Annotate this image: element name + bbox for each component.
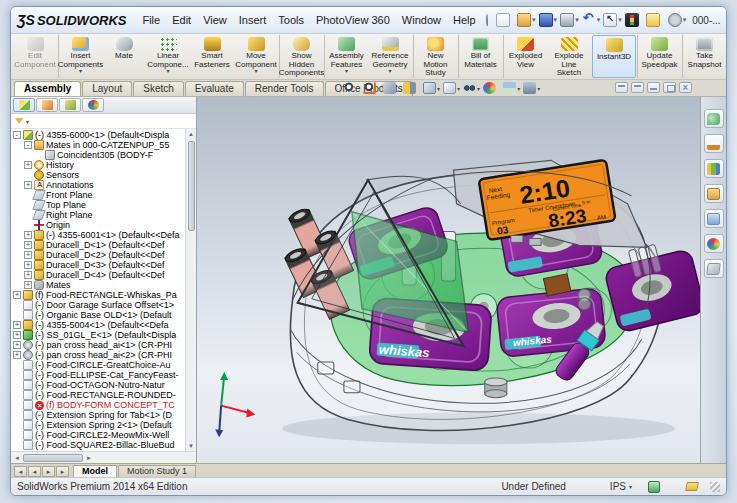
tree-item[interactable]: (-) Extension Spring for Tab<1> (D (11, 410, 185, 420)
tree-item[interactable]: (-) Food-CIRCLE2-MeowMix-Well (11, 430, 185, 440)
open-icon[interactable] (517, 13, 531, 27)
model-tab[interactable]: Model (73, 465, 117, 477)
tag-icon[interactable] (685, 482, 699, 491)
edit-appearance-icon[interactable] (483, 82, 496, 94)
tree-item[interactable]: (-) Food-CIRCLE-GreatChoice-Au (11, 360, 185, 370)
ribbon-button[interactable]: Reference Geometry ▾ (368, 35, 412, 78)
displaymanager-tab[interactable] (82, 98, 104, 112)
ribbon-button[interactable]: Edit Component ▾ (13, 35, 57, 78)
resize-grip[interactable] (710, 482, 720, 492)
filter-funnel-icon[interactable] (15, 118, 23, 124)
tree-item[interactable]: + (-) 4355-5004<1> (Default<<Defa (11, 320, 185, 330)
tree-item[interactable]: Coincident305 (BODY-F (11, 150, 185, 160)
menu-item[interactable]: Window (396, 11, 447, 29)
filter-caret-icon[interactable]: ▾ (26, 118, 29, 125)
ribbon-button[interactable]: Smart Fasteners ▾ (190, 35, 234, 78)
ribbon-button[interactable]: Exploded View ▾ (503, 35, 547, 78)
menu-item[interactable]: File (136, 11, 166, 29)
dropdown-caret-icon[interactable]: ▾ (517, 85, 520, 92)
tree-item[interactable]: + (-) SS_01GL_E<1> (Default<Displa (11, 330, 185, 340)
menu-item[interactable]: View (197, 11, 233, 29)
tree-item[interactable]: (-) Organic Base OLD<1> (Default (11, 310, 185, 320)
tree-item[interactable]: + Annotations (11, 180, 185, 190)
tree-horizontal-scrollbar[interactable]: ◄ ► (11, 451, 196, 463)
pin-menu-icon[interactable] (486, 14, 488, 26)
previous-view-icon[interactable] (383, 82, 396, 94)
expand-toggle-icon[interactable]: + (24, 271, 32, 279)
tree-item[interactable]: (-) Food-SQUARE2-Billac-BlueBud (11, 440, 185, 450)
expand-toggle-icon[interactable]: + (13, 291, 21, 299)
undo-icon[interactable] (582, 13, 596, 27)
scroll-right-icon[interactable]: ► (83, 455, 95, 461)
zoom-to-area-icon[interactable] (363, 82, 376, 94)
dropdown-caret-icon[interactable]: ▾ (457, 85, 460, 92)
dropdown-caret-icon[interactable]: ▾ (618, 16, 622, 24)
propertymanager-tab[interactable] (36, 98, 58, 112)
tree-item[interactable]: + (-) pan cross head_ai<1> (CR-PHI (11, 340, 185, 350)
ribbon-button[interactable]: Bill of Materials ▾ (458, 35, 502, 78)
ribbon-button[interactable]: Mate ▾ (102, 35, 146, 78)
task-pane-tab[interactable] (704, 234, 724, 253)
tree-item[interactable]: Origin (11, 220, 185, 230)
ribbon-button[interactable]: Show Hidden Components ▾ (279, 35, 323, 78)
file-properties-icon[interactable] (646, 13, 660, 27)
new-window-icon[interactable] (615, 82, 628, 93)
display-style-icon[interactable] (443, 82, 456, 94)
ribbon-button[interactable]: Explode Line Sketch ▾ (547, 35, 591, 78)
tree-item[interactable]: - (-) 4355-6000<1> (Default<Displa (11, 130, 185, 140)
expand-toggle-icon[interactable]: + (24, 281, 32, 289)
tree-item[interactable]: + (-) pan cross head_ai<2> (CR-PHI (11, 350, 185, 360)
scroll-thumb[interactable] (23, 454, 83, 462)
expand-toggle-icon[interactable]: + (13, 341, 21, 349)
scroll-left-icon[interactable]: ◄ (11, 455, 23, 461)
dropdown-caret-icon[interactable]: ▾ (345, 69, 348, 74)
tree-item[interactable]: Top Plane (11, 200, 185, 210)
3d-model[interactable]: whiskas whiskas (197, 97, 700, 463)
expand-toggle-icon[interactable]: - (13, 131, 21, 139)
tree-item[interactable]: Right Plane (11, 210, 185, 220)
dropdown-caret-icon[interactable]: ▾ (532, 16, 536, 24)
menu-item[interactable]: Help (447, 11, 482, 29)
menu-item[interactable]: PhotoView 360 (310, 11, 396, 29)
units-caret-icon[interactable]: ▾ (629, 483, 632, 490)
command-tab[interactable]: Layout (82, 81, 132, 96)
tree-item[interactable]: + (f) Food-RECTANGLE-Whiskas_Pa (11, 290, 185, 300)
task-pane-tab[interactable] (704, 209, 724, 228)
menu-item[interactable]: Edit (166, 11, 197, 29)
menu-item[interactable]: Insert (233, 11, 273, 29)
graphics-viewport[interactable]: whiskas whiskas (197, 97, 700, 463)
command-tab[interactable]: Sketch (133, 81, 184, 96)
ribbon-button[interactable]: Instant3D ▾ (592, 35, 636, 78)
task-pane-tab[interactable] (704, 184, 724, 203)
rebuild-icon[interactable] (625, 13, 639, 27)
tree-item[interactable]: (f) BODY-FORM CONCEPT_TC (11, 400, 185, 410)
doc-minimize-button[interactable] (647, 82, 660, 93)
tree-item[interactable]: - Mates in 000-CATZENPUP_55 (11, 140, 185, 150)
expand-toggle-icon[interactable]: - (24, 141, 32, 149)
ribbon-button[interactable]: Take Snapshot ▾ (682, 35, 726, 78)
tree-item[interactable]: + Duracell_D<2> (Default<<Def (11, 250, 185, 260)
tree-vertical-scrollbar[interactable]: ▲ ▼ (185, 129, 196, 451)
dropdown-caret-icon[interactable]: ▾ (254, 69, 257, 74)
view-settings-icon[interactable] (523, 82, 536, 94)
expand-toggle-icon[interactable]: + (24, 161, 32, 169)
tree-item[interactable]: (-) Food-OCTAGON-Nutro-Natur (11, 380, 185, 390)
configurationmanager-tab[interactable] (59, 98, 81, 112)
ribbon-button[interactable]: Move Component ▾ (234, 35, 278, 78)
command-tab[interactable]: Render Tools (245, 81, 324, 96)
menu-item[interactable]: Tools (272, 11, 310, 29)
tree-item[interactable]: (-) Extension Spring 2<1> (Default (11, 420, 185, 430)
hide-show-items-icon[interactable] (463, 82, 476, 94)
dropdown-caret-icon[interactable]: ▾ (437, 85, 440, 92)
dropdown-caret-icon[interactable]: ▾ (683, 16, 687, 24)
tree-item[interactable]: (-) Food-ELLIPSE-Cat_FancyFeast- (11, 370, 185, 380)
task-pane-tab[interactable] (704, 134, 724, 153)
zoom-to-fit-icon[interactable] (343, 82, 356, 94)
featuremanager-tab[interactable] (13, 98, 35, 112)
dropdown-caret-icon[interactable]: ▾ (537, 85, 540, 92)
units-selector[interactable]: IPS ▾ (610, 481, 632, 492)
expand-toggle-icon[interactable]: + (13, 331, 21, 339)
scroll-down-icon[interactable]: ▼ (188, 441, 194, 451)
tab-nav-button[interactable]: ◄ (14, 466, 27, 477)
expand-toggle-icon[interactable]: + (13, 321, 21, 329)
